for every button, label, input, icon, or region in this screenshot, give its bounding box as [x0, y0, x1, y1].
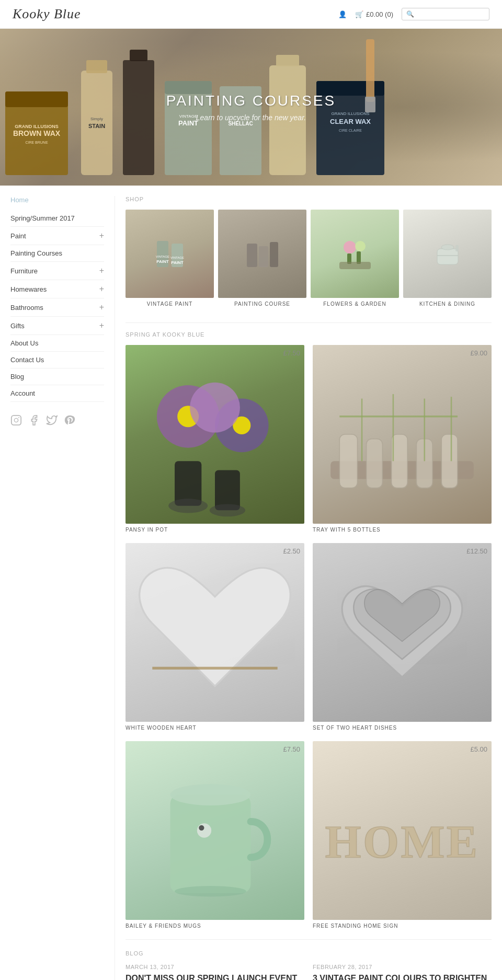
search-input[interactable] [417, 10, 485, 18]
blog-card-2[interactable]: FEBRUARY 28, 2017 3 VINTAGE PAINT COLOUR… [313, 964, 492, 980]
header-cart[interactable]: 🛒 £0.00 (0) [355, 10, 393, 18]
product-card-home-sign[interactable]: £5.00 HOME HOME FREE STANDING HOME SIGN [313, 741, 492, 929]
shop-label-vintage-paint: VINTAGE PAINT [126, 301, 214, 307]
shop-label-flowers: FLOWERS & GARDEN [311, 301, 399, 307]
product-card-mug[interactable]: £7.50 BAILEY & FRIENDS MUGS [126, 741, 304, 929]
svg-point-28 [18, 417, 19, 418]
logo[interactable]: Kooky Blue [13, 6, 81, 22]
product-img-tray: £9.00 [313, 345, 492, 524]
cart-text: £0.00 (0) [366, 10, 393, 18]
plus-icon-homewares: + [99, 284, 104, 294]
svg-text:GRAND ILLUSIONS: GRAND ILLUSIONS [332, 111, 370, 116]
sidebar-item-painting-courses[interactable]: Painting Courses [10, 245, 104, 262]
plus-icon-bathrooms: + [99, 303, 104, 312]
product-img-heart-white: £2.50 [126, 543, 304, 722]
cart-icon: 🛒 [355, 10, 363, 18]
sidebar-label-gifts: Gifts [10, 322, 25, 330]
sidebar-item-gifts[interactable]: Gifts + [10, 317, 104, 335]
main-layout: Home Spring/Summer 2017 Paint + Painting… [0, 186, 502, 980]
sidebar-item-spring-summer[interactable]: Spring/Summer 2017 [10, 210, 104, 227]
svg-text:PAINT: PAINT [156, 259, 169, 264]
spring-label: SPRING AT KOOKY BLUE [126, 331, 492, 338]
svg-rect-60 [441, 434, 458, 488]
shop-item-vintage-paint[interactable]: VINTAGE PAINT VINTAGE PAINT VINTAGE PAIN… [126, 210, 214, 307]
svg-rect-67 [170, 795, 251, 893]
shop-divider [126, 322, 492, 323]
svg-rect-45 [455, 245, 459, 251]
header-user[interactable]: 👤 [338, 10, 347, 18]
facebook-icon[interactable] [28, 414, 40, 426]
svg-point-70 [199, 825, 204, 831]
product-img-home-sign: £5.00 HOME HOME [313, 741, 492, 920]
shop-item-img-painting-course [218, 210, 306, 298]
product-name-heart-dishes: SET OF TWO HEART DISHES [313, 725, 492, 731]
blog-card-1[interactable]: MARCH 13, 2017 DON'T MISS OUR SPRING LAU… [126, 964, 304, 980]
svg-text:CIRE CLAIRE: CIRE CLAIRE [339, 129, 362, 132]
svg-rect-56 [339, 434, 357, 488]
product-card-heart-white[interactable]: £2.50 WHITE WOODEN HEART [126, 543, 304, 731]
blog-date-1: MARCH 13, 2017 [126, 964, 304, 970]
svg-point-44 [441, 245, 454, 250]
sidebar-item-blog[interactable]: Blog [10, 368, 104, 385]
sidebar-item-about-us[interactable]: About Us [10, 335, 104, 352]
svg-rect-36 [259, 246, 268, 267]
blog-title-2: 3 VINTAGE PAINT COLOURS TO BRIGHTEN UP Y… [313, 973, 492, 980]
shop-item-painting-course[interactable]: PAINTING COURSE [218, 210, 306, 307]
sidebar-item-furniture[interactable]: Furniture + [10, 262, 104, 280]
sidebar-label-bathrooms: Bathrooms [10, 304, 43, 312]
svg-rect-25 [365, 97, 375, 112]
user-icon: 👤 [338, 10, 347, 18]
sidebar-item-bathrooms[interactable]: Bathrooms + [10, 298, 104, 317]
svg-point-69 [197, 823, 211, 837]
product-img-pansy: £7.50 [126, 345, 304, 524]
svg-rect-10 [130, 50, 147, 61]
svg-point-39 [355, 241, 366, 251]
shop-item-img-vintage-paint: VINTAGE PAINT VINTAGE PAINT [126, 210, 214, 298]
svg-text:VINTAGE: VINTAGE [156, 255, 169, 258]
sidebar-item-contact-us[interactable]: Contact Us [10, 352, 104, 368]
shop-label: SHOP [126, 196, 492, 202]
svg-point-68 [170, 784, 251, 805]
svg-point-50 [190, 383, 240, 433]
product-name-pansy: PANSY IN POT [126, 527, 304, 533]
header: Kooky Blue 👤 🛒 £0.00 (0) 🔍 [0, 0, 502, 29]
sidebar-label-furniture: Furniture [10, 267, 38, 275]
product-name-heart-white: WHITE WOODEN HEART [126, 725, 304, 731]
svg-text:CIRE BRUNE: CIRE BRUNE [25, 141, 48, 144]
sidebar-item-paint[interactable]: Paint + [10, 227, 104, 245]
products-row-3: £7.50 BAILEY & FRIENDS MUGS [126, 741, 492, 929]
svg-rect-9 [123, 60, 154, 175]
svg-point-54 [210, 504, 245, 516]
sidebar-item-account[interactable]: Account [10, 385, 104, 402]
blog-date-2: FEBRUARY 28, 2017 [313, 964, 492, 970]
products-row-1: £7.50 PANSY IN POT [126, 345, 492, 533]
product-card-pansy[interactable]: £7.50 PANSY IN POT [126, 345, 304, 533]
twitter-icon[interactable] [46, 414, 58, 426]
header-right: 👤 🛒 £0.00 (0) 🔍 [338, 8, 489, 20]
sidebar-label-paint: Paint [10, 232, 26, 240]
svg-point-53 [168, 499, 208, 513]
plus-icon-gifts: + [99, 321, 104, 330]
svg-text:HOME: HOME [325, 816, 479, 867]
blog-section: BLOG MARCH 13, 2017 DON'T MISS OUR SPRIN… [126, 950, 492, 980]
search-box[interactable]: 🔍 [402, 8, 489, 20]
product-name-tray: TRAY WITH 5 BOTTLES [313, 527, 492, 533]
product-card-heart-dishes[interactable]: £12.50 SET OF TWO HEART DISHES [313, 543, 492, 731]
product-img-mug: £7.50 [126, 741, 304, 920]
svg-point-27 [14, 418, 18, 422]
pinterest-icon[interactable] [64, 414, 75, 426]
shop-item-kitchen[interactable]: KITCHEN & DINING [403, 210, 492, 307]
product-card-tray[interactable]: £9.00 [313, 345, 492, 533]
shop-label-kitchen: KITCHEN & DINING [403, 301, 492, 307]
svg-rect-43 [437, 249, 458, 264]
svg-rect-24 [366, 39, 374, 102]
sidebar-item-home[interactable]: Home [10, 196, 104, 204]
sidebar-item-homewares[interactable]: Homewares + [10, 280, 104, 298]
svg-text:BROWN WAX: BROWN WAX [13, 129, 61, 137]
instagram-icon[interactable] [10, 414, 22, 426]
shop-item-flowers[interactable]: FLOWERS & GARDEN [311, 210, 399, 307]
shop-item-img-kitchen [403, 210, 492, 298]
hero-title: PAINTING COURSES [166, 93, 336, 109]
spring-section: SPRING AT KOOKY BLUE £7.50 [126, 331, 492, 940]
spring-divider [126, 939, 492, 940]
